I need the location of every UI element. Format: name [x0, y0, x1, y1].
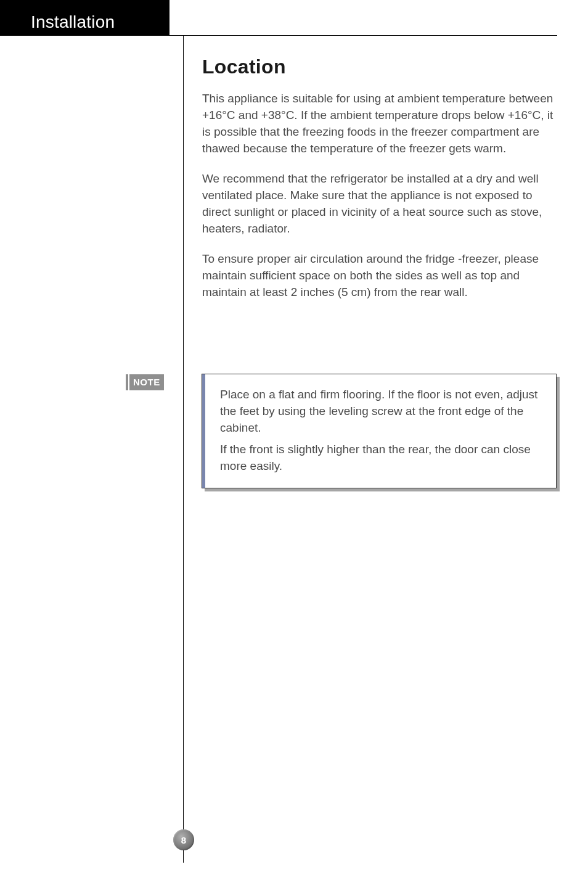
page-heading: Location	[202, 55, 560, 78]
page-number-badge: 8	[173, 829, 194, 850]
body-paragraph: To ensure proper air circulation around …	[202, 251, 560, 301]
page-number: 8	[181, 835, 186, 845]
note-badge: NOTE	[126, 374, 164, 390]
note-badge-accent	[126, 374, 128, 390]
vertical-rule	[183, 36, 184, 863]
note-label: NOTE	[129, 374, 164, 390]
note-box-content: Place on a flat and firm flooring. If th…	[205, 374, 556, 488]
body-paragraph: This appliance is suitable for using at …	[202, 91, 560, 157]
top-rule	[169, 35, 557, 36]
header-bar: Installation	[0, 0, 169, 36]
section-title: Installation	[31, 12, 115, 32]
body-paragraph: We recommend that the refrigerator be in…	[202, 171, 560, 237]
note-paragraph: Place on a flat and firm flooring. If th…	[220, 387, 542, 437]
note-box: Place on a flat and firm flooring. If th…	[202, 374, 557, 488]
note-paragraph: If the front is slightly higher than the…	[220, 442, 542, 475]
manual-page: Installation Location This appliance is …	[0, 0, 588, 875]
content-column: Location This appliance is suitable for …	[202, 55, 560, 314]
